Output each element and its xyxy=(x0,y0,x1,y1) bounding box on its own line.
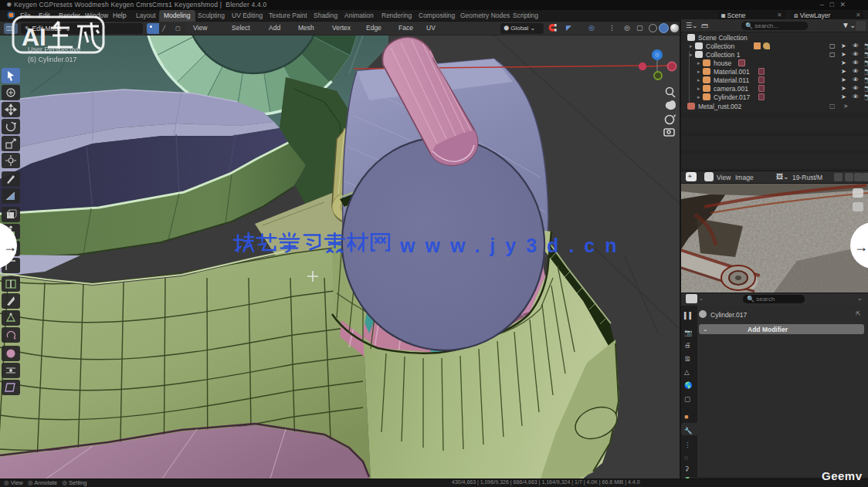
svg-text:AI: AI xyxy=(22,23,46,51)
svg-text:(6) Cylinder.017: (6) Cylinder.017 xyxy=(28,56,77,63)
svg-text:www.jy3d.cn: www.jy3d.cn xyxy=(399,235,627,256)
